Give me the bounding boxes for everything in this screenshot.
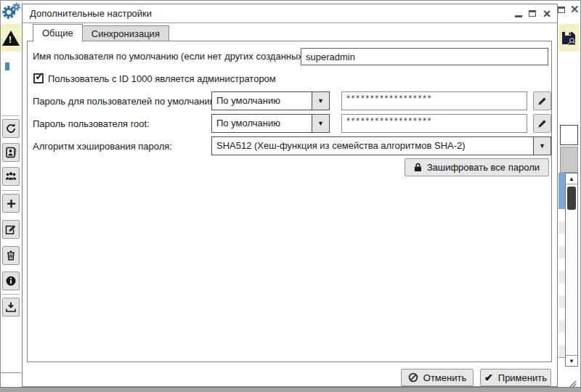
admin-checkbox[interactable]: ✓ [33, 73, 44, 83]
root-password-field[interactable]: ****************** [341, 114, 527, 133]
dialog-tabbar: Общие Синхронизация [33, 24, 169, 42]
default-username-label: Имя пользователя по умолчанию (если нет … [33, 51, 309, 62]
table-scrollbar[interactable]: ▲ ▼ [565, 173, 578, 367]
cancel-icon [408, 372, 418, 383]
table-header-edge [560, 147, 578, 173]
group-button[interactable] [2, 167, 20, 186]
warning-icon: ! [2, 30, 20, 46]
refresh-button[interactable] [2, 119, 20, 138]
root-password-label: Пароль пользователя root: [33, 118, 150, 129]
group-icon [5, 171, 17, 182]
scrollbar-thumb[interactable] [567, 187, 576, 210]
encrypt-all-passwords-button[interactable]: Зашифровать все пароли [405, 158, 549, 176]
add-icon [6, 198, 17, 209]
info-button[interactable] [2, 271, 20, 290]
toolbar-separator [1, 190, 20, 191]
user-card-icon [5, 147, 17, 158]
pencil-icon [537, 96, 548, 107]
chevron-down-icon[interactable]: ▼ [312, 92, 329, 110]
cancel-button[interactable]: Отменить [401, 369, 474, 386]
dialog-title: Дополнительные настройки [30, 8, 515, 19]
dialog-close-icon[interactable]: ✕ [543, 8, 551, 20]
parent-close-icon[interactable]: ✕ [570, 2, 580, 17]
selected-option: SHA512 (Хеш-функция из семейства алгорит… [212, 137, 533, 155]
info-icon [5, 275, 17, 287]
lock-icon [414, 163, 422, 172]
default-password-label: Пароль для пользователей по умолчанию: [33, 96, 219, 107]
pencil-icon [537, 118, 548, 129]
user-card-button[interactable] [2, 143, 20, 162]
edit-root-password-button[interactable] [533, 114, 551, 133]
advanced-settings-dialog: Дополнительные настройки ✕ Общие Синхрон… [22, 4, 558, 387]
background-field-edge [560, 125, 578, 145]
save-users-icon[interactable] [560, 29, 577, 46]
dialog-titlebar[interactable]: Дополнительные настройки ✕ [23, 4, 557, 23]
scroll-up-icon[interactable]: ▲ [566, 173, 577, 184]
toolbar-separator [1, 115, 20, 116]
selected-row-edge [558, 173, 565, 209]
delete-button[interactable] [2, 246, 20, 265]
export-icon [5, 301, 17, 313]
save-banner [558, 24, 579, 52]
toolbar-separator [1, 294, 20, 295]
edit-button[interactable] [2, 220, 20, 239]
apply-button-label: Применить [498, 372, 547, 383]
chevron-down-icon[interactable]: ▼ [533, 137, 550, 155]
cancel-button-label: Отменить [423, 372, 466, 383]
left-panel-divider [0, 372, 21, 373]
selection-indicator [5, 62, 9, 70]
add-button[interactable] [2, 194, 20, 213]
root-password-mode-select[interactable]: По умолчанию ▼ [211, 114, 330, 133]
dialog-maximize-icon[interactable] [529, 10, 536, 17]
gears-icon [1, 1, 22, 21]
admin-checkbox-label: Пользователь с ID 1000 является админист… [48, 73, 276, 84]
edit-icon [5, 224, 17, 235]
hash-algorithm-select[interactable]: SHA512 (Хеш-функция из семейства алгорит… [211, 136, 551, 155]
default-password-mode-select[interactable]: По умолчанию ▼ [211, 91, 330, 110]
default-username-input[interactable] [301, 48, 548, 65]
selected-option: По умолчанию [212, 92, 312, 110]
apply-check-icon: ✔ [484, 372, 493, 383]
table-rows-edge [558, 209, 565, 358]
general-tab-pane: Имя пользователя по умолчанию (если нет … [27, 41, 552, 362]
warning-banner: ! [1, 24, 21, 52]
selected-option: По умолчанию [212, 115, 312, 132]
apply-button[interactable]: ✔ Применить [480, 369, 551, 386]
chevron-down-icon[interactable]: ▼ [312, 115, 329, 132]
edit-default-password-button[interactable] [533, 91, 551, 110]
tab-synchronization[interactable]: Синхронизация [83, 25, 169, 41]
checkmark-icon: ✓ [35, 70, 44, 83]
dialog-minimize-icon[interactable] [515, 15, 522, 17]
window-bottom-edge [0, 387, 581, 392]
default-password-field[interactable]: ****************** [341, 91, 527, 110]
parent-maximize-icon[interactable] [558, 7, 565, 13]
export-button[interactable] [2, 298, 20, 317]
scroll-down-icon[interactable]: ▼ [566, 355, 577, 366]
encrypt-button-label: Зашифровать все пароли [427, 162, 540, 173]
hash-algorithm-label: Алгоритм хэширования пароля: [33, 141, 172, 152]
refresh-icon [5, 123, 17, 134]
tab-general[interactable]: Общие [33, 24, 83, 42]
delete-icon [5, 250, 17, 261]
